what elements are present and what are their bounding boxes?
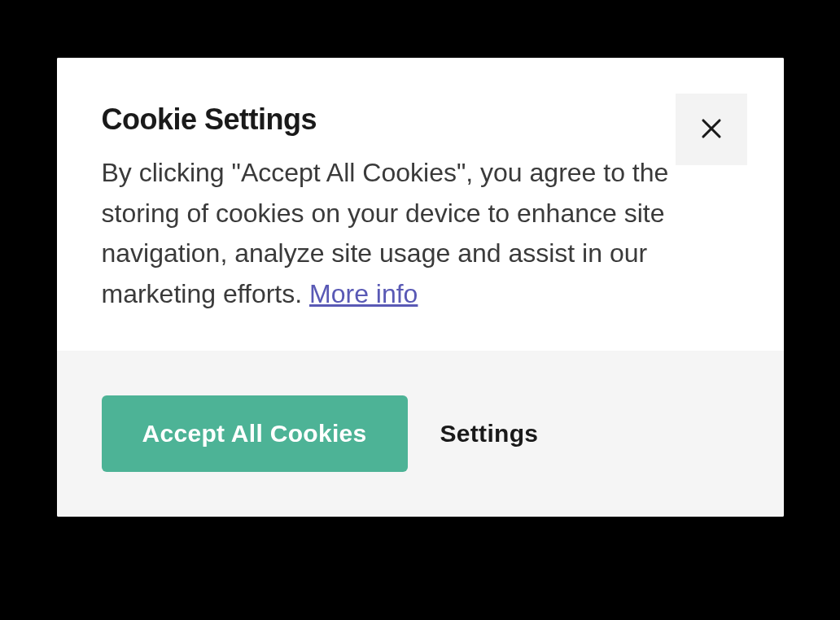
modal-title: Cookie Settings: [102, 103, 739, 137]
modal-body: Cookie Settings By clicking "Accept All …: [57, 58, 784, 351]
more-info-link[interactable]: More info: [309, 279, 418, 308]
modal-description: By clicking "Accept All Cookies", you ag…: [102, 153, 739, 314]
close-icon: [699, 116, 724, 143]
cookie-settings-modal: Cookie Settings By clicking "Accept All …: [57, 58, 784, 517]
close-button[interactable]: [676, 94, 747, 165]
modal-footer: Accept All Cookies Settings: [57, 351, 784, 517]
accept-all-cookies-button[interactable]: Accept All Cookies: [102, 395, 408, 472]
settings-button[interactable]: Settings: [440, 420, 539, 448]
